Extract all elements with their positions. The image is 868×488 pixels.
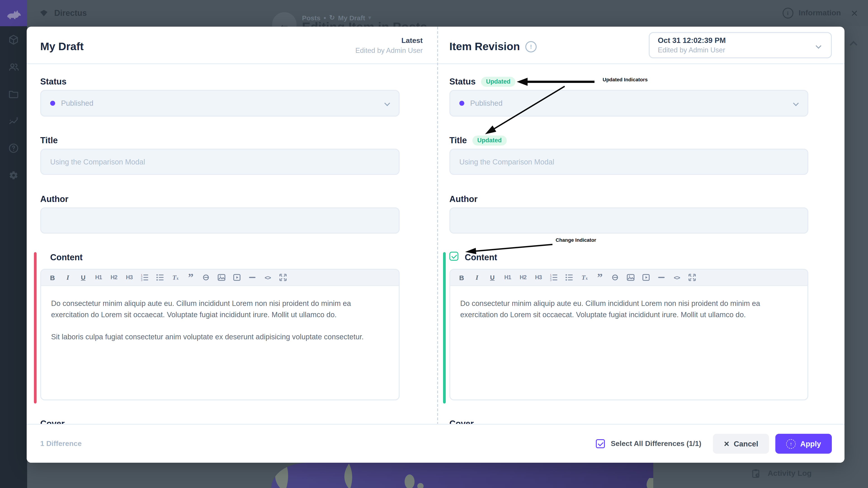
title-label-right: Title Updated: [450, 135, 506, 146]
code-icon[interactable]: <>: [672, 272, 682, 283]
revision-time: Oct 31 12:02:39 PM: [658, 36, 831, 45]
chevron-down-icon: [816, 44, 821, 48]
clear-format-icon[interactable]: Tx: [170, 272, 180, 283]
cancel-button[interactable]: × Cancel: [713, 434, 769, 454]
horizontal-rule-icon[interactable]: [247, 272, 257, 283]
insights-icon[interactable]: [0, 107, 27, 135]
info-label: Information: [799, 8, 841, 18]
quote-icon[interactable]: ”: [595, 272, 605, 283]
editor-text-right[interactable]: Do consectetur minim aliquip aute eu. Ci…: [450, 286, 807, 332]
bullet-list-icon[interactable]: [564, 272, 574, 283]
revision-info-icon[interactable]: !: [525, 41, 537, 52]
version-label: Latest: [355, 37, 423, 45]
collapse-sidebar-chevron-icon[interactable]: [851, 41, 856, 46]
status-updated-badge: Updated: [481, 77, 515, 87]
video-icon[interactable]: [641, 272, 651, 283]
editor-toolbar: BIUH1H2H3123Tx”<>: [41, 270, 399, 286]
module-list: [0, 26, 27, 189]
revision-select[interactable]: Oct 31 12:02:39 PM Edited by Admin User: [649, 32, 832, 58]
directus-logo[interactable]: [0, 0, 27, 26]
right-panel-title: Item Revision !: [450, 40, 537, 53]
status-select-left[interactable]: Published: [40, 90, 400, 117]
numbered-list-icon[interactable]: 123: [140, 272, 150, 283]
chevron-down-icon: [385, 101, 390, 105]
clear-format-icon[interactable]: Tx: [580, 272, 590, 283]
svg-text:3: 3: [550, 278, 552, 282]
image-icon[interactable]: [626, 272, 636, 283]
folder-icon[interactable]: [0, 80, 27, 107]
comparison-modal: My Draft Latest Edited by Admin User Ite…: [27, 27, 844, 463]
h3-icon[interactable]: H3: [124, 272, 134, 283]
italic-icon[interactable]: I: [472, 272, 482, 283]
h3-icon[interactable]: H3: [533, 272, 544, 283]
editor-text-left[interactable]: Do consectetur minim aliquip aute eu. Ci…: [41, 286, 399, 354]
h2-icon[interactable]: H2: [109, 272, 119, 283]
horizontal-rule-icon[interactable]: [656, 272, 666, 283]
h1-icon[interactable]: H1: [94, 272, 103, 283]
h2-icon[interactable]: H2: [518, 272, 528, 283]
gear-icon[interactable]: [0, 162, 27, 189]
help-icon[interactable]: [0, 135, 27, 162]
underline-icon[interactable]: U: [78, 272, 88, 283]
background-artwork: [271, 463, 653, 488]
content-editor-right[interactable]: BIUH1H2H3123Tx”<> Do consectetur minim a…: [450, 269, 808, 400]
bullet-list-icon[interactable]: [155, 272, 165, 283]
svg-text:3: 3: [141, 278, 143, 282]
author-input-right[interactable]: [450, 207, 808, 234]
author-label-left: Author: [40, 194, 68, 205]
content-editor-left[interactable]: BIUH1H2H3123Tx”<> Do consectetur minim a…: [40, 269, 400, 400]
screen: ← Posts • ↻ My Draft ▾ Editing Item in P…: [0, 0, 868, 488]
author-input-left[interactable]: [40, 207, 400, 234]
select-all-differences[interactable]: Select All Differences (1/1): [596, 439, 702, 448]
underline-icon[interactable]: U: [487, 272, 497, 283]
cube-icon[interactable]: [0, 26, 27, 53]
content-paragraph: Do consectetur minim aliquip aute eu. Ci…: [51, 298, 389, 320]
select-all-label: Select All Differences (1/1): [611, 440, 702, 448]
author-label-right: Author: [450, 194, 477, 205]
project-diamond-icon: [39, 8, 49, 18]
difference-count: 1 Difference: [40, 425, 82, 463]
activity-log-label: Activity Log: [768, 469, 812, 478]
video-icon[interactable]: [232, 272, 242, 283]
module-bar: [0, 0, 27, 488]
link-icon[interactable]: [610, 272, 620, 283]
select-all-checkbox[interactable]: [596, 439, 605, 448]
italic-icon[interactable]: I: [63, 272, 73, 283]
activity-log-icon: [750, 468, 761, 479]
modal-body: Status Status Updated Published Publishe…: [27, 63, 844, 425]
content-change-checkbox[interactable]: [450, 252, 458, 261]
added-change-bar: [443, 252, 446, 403]
chevron-down-icon: [794, 101, 798, 105]
fullscreen-icon[interactable]: [278, 272, 288, 283]
link-icon[interactable]: [201, 272, 211, 283]
fullscreen-icon[interactable]: [687, 272, 697, 283]
h1-icon[interactable]: H1: [503, 272, 513, 283]
project-name: Directus: [54, 8, 87, 18]
bold-icon[interactable]: B: [457, 272, 467, 283]
top-bar: [27, 0, 868, 26]
status-select-right[interactable]: Published: [450, 90, 808, 117]
close-drawer-button[interactable]: ×: [846, 0, 863, 26]
info-sidebar-toggle[interactable]: i Information: [782, 0, 841, 26]
editor-toolbar: BIUH1H2H3123Tx”<>: [450, 270, 807, 286]
title-updated-badge: Updated: [472, 136, 506, 145]
left-version-meta: Latest Edited by Admin User: [355, 37, 423, 55]
content-label-left: Content: [50, 252, 83, 263]
content-paragraph: Do consectetur minim aliquip aute eu. Ci…: [460, 298, 798, 320]
annotation-updated-indicators: Updated Indicators: [602, 77, 648, 82]
bold-icon[interactable]: B: [48, 272, 57, 283]
title-input-right[interactable]: Using the Comparison Modal: [450, 149, 808, 175]
apply-button[interactable]: ↑ Apply: [775, 434, 832, 454]
project-switcher[interactable]: Directus: [39, 0, 87, 26]
content-paragraph: Sit laboris culpa fugiat consectetur ani…: [51, 331, 389, 343]
left-edited-by: Edited by Admin User: [355, 46, 423, 55]
quote-icon[interactable]: ”: [186, 272, 196, 283]
status-dot-icon: [50, 101, 55, 106]
users-icon[interactable]: [0, 53, 27, 80]
title-input-left[interactable]: Using the Comparison Modal: [40, 149, 400, 175]
status-dot-icon: [459, 101, 464, 106]
numbered-list-icon[interactable]: 123: [549, 272, 559, 283]
code-icon[interactable]: <>: [263, 272, 273, 283]
image-icon[interactable]: [217, 272, 226, 283]
activity-log-item[interactable]: Activity Log: [750, 468, 812, 479]
